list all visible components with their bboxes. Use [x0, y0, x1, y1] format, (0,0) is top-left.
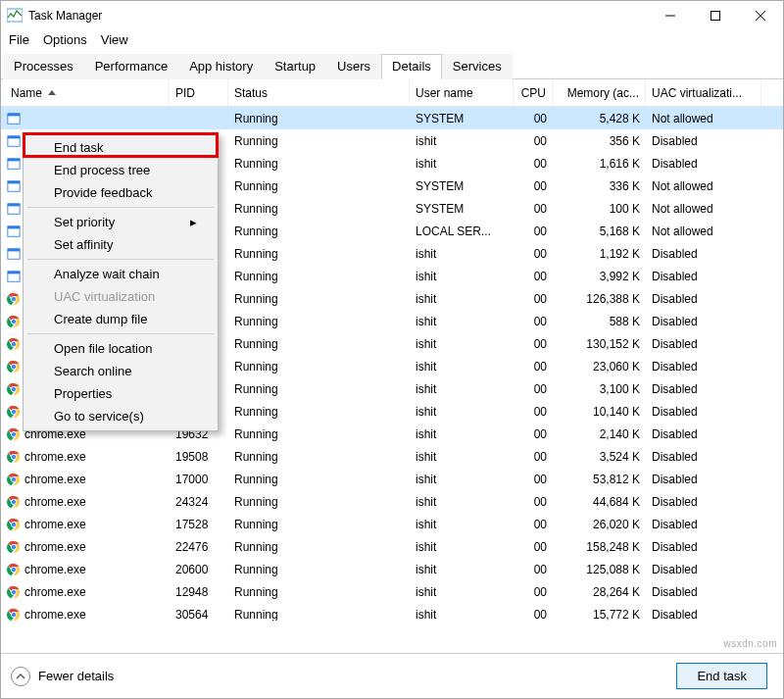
svg-rect-6 — [8, 113, 20, 116]
process-name: chrome.exe — [24, 495, 86, 509]
tab-details[interactable]: Details — [381, 54, 442, 79]
table-row[interactable]: chrome.exe12948Runningishit0028,264 KDis… — [1, 580, 783, 603]
process-memory: 1,192 K — [553, 247, 646, 261]
end-task-button[interactable]: End task — [676, 663, 767, 689]
table-row[interactable]: chrome.exe19508Runningishit003,524 KDisa… — [1, 445, 783, 468]
process-cpu: 00 — [514, 382, 553, 396]
col-header-pid[interactable]: PID — [170, 79, 228, 106]
process-memory: 2,140 K — [553, 427, 646, 441]
ctx-create-dump[interactable]: Create dump file — [26, 308, 215, 330]
col-header-memory[interactable]: Memory (ac... — [553, 79, 646, 106]
process-status: Running — [228, 450, 410, 464]
process-uac: Disabled — [646, 292, 761, 306]
process-memory: 3,524 K — [553, 450, 646, 464]
process-pid: 12948 — [170, 585, 228, 599]
ctx-analyze-wait-chain[interactable]: Analyze wait chain — [26, 263, 215, 285]
process-status: Running — [228, 337, 410, 351]
process-user: ishit — [410, 360, 514, 374]
tab-startup[interactable]: Startup — [264, 54, 326, 79]
tab-processes[interactable]: Processes — [3, 54, 84, 79]
menu-file[interactable]: File — [9, 32, 29, 47]
process-memory: 26,020 K — [553, 518, 646, 531]
process-cpu: 00 — [514, 405, 553, 419]
ctx-open-file-location[interactable]: Open file location — [26, 337, 215, 360]
col-header-user[interactable]: User name — [410, 79, 514, 106]
process-status: Running — [228, 518, 410, 531]
ctx-properties[interactable]: Properties — [26, 382, 215, 405]
process-memory: 5,168 K — [553, 225, 646, 238]
process-user: ishit — [410, 292, 514, 306]
close-button[interactable] — [738, 1, 783, 30]
ctx-set-affinity[interactable]: Set affinity — [26, 233, 215, 256]
table-row[interactable]: chrome.exe17000Runningishit0053,812 KDis… — [1, 468, 783, 490]
process-uac: Disabled — [646, 585, 761, 599]
process-status: Running — [228, 292, 410, 306]
process-cpu: 00 — [514, 518, 553, 531]
process-uac: Disabled — [646, 608, 761, 622]
table-row[interactable]: chrome.exe24324Runningishit0044,684 KDis… — [1, 490, 783, 513]
col-header-uac[interactable]: UAC virtualizati... — [646, 79, 761, 106]
process-user: ishit — [410, 518, 514, 531]
process-uac: Disabled — [646, 473, 761, 486]
process-name: chrome.exe — [24, 563, 86, 576]
process-cpu: 00 — [514, 112, 553, 125]
col-header-cpu[interactable]: CPU — [514, 79, 553, 106]
fewer-details-toggle[interactable]: Fewer details — [11, 667, 114, 686]
process-status: Running — [228, 382, 410, 396]
process-user: SYSTEM — [410, 112, 514, 125]
table-row[interactable]: chrome.exe22476Runningishit00158,248 KDi… — [1, 535, 783, 558]
chevron-right-icon: ▸ — [190, 215, 197, 229]
table-row[interactable]: chrome.exe20600Runningishit00125,088 KDi… — [1, 558, 783, 580]
tab-performance[interactable]: Performance — [84, 54, 178, 79]
menu-options[interactable]: Options — [43, 32, 87, 47]
ctx-provide-feedback[interactable]: Provide feedback — [26, 181, 215, 204]
process-memory: 100 K — [553, 202, 646, 216]
ctx-separator — [27, 259, 214, 260]
tab-services[interactable]: Services — [442, 54, 513, 79]
process-cpu: 00 — [514, 450, 553, 464]
ctx-go-to-services[interactable]: Go to service(s) — [26, 405, 215, 427]
table-row[interactable]: chrome.exe17528Runningishit0026,020 KDis… — [1, 513, 783, 535]
minimize-button[interactable] — [648, 1, 693, 30]
ctx-end-task[interactable]: End task — [26, 136, 215, 159]
process-cpu: 00 — [514, 540, 553, 554]
process-cpu: 00 — [514, 202, 553, 216]
process-cpu: 00 — [514, 360, 553, 374]
process-status: Running — [228, 540, 410, 554]
process-user: ishit — [410, 563, 514, 576]
process-memory: 53,812 K — [553, 473, 646, 486]
process-user: ishit — [410, 157, 514, 171]
process-memory: 15,772 K — [553, 608, 646, 622]
tab-strip: Processes Performance App history Startu… — [1, 53, 783, 79]
tab-users[interactable]: Users — [326, 54, 381, 79]
table-row[interactable]: RunningSYSTEM005,428 KNot allowed — [1, 107, 783, 129]
process-pid: 20600 — [170, 563, 228, 576]
process-cpu: 00 — [514, 473, 553, 486]
process-name: chrome.exe — [24, 540, 86, 554]
process-memory: 588 K — [553, 315, 646, 328]
process-status: Running — [228, 360, 410, 374]
col-header-name[interactable]: Name — [1, 79, 170, 106]
process-user: SYSTEM — [410, 179, 514, 193]
ctx-separator — [27, 207, 214, 208]
process-name: chrome.exe — [24, 473, 86, 486]
menu-view[interactable]: View — [101, 32, 128, 47]
table-row[interactable]: chrome.exe30564Runningishit0015,772 KDis… — [1, 603, 783, 621]
ctx-set-priority[interactable]: Set priority▸ — [26, 211, 215, 233]
process-status: Running — [228, 473, 410, 486]
ctx-uac-virtualization: UAC virtualization — [26, 285, 215, 308]
process-uac: Disabled — [646, 315, 761, 328]
tab-app-history[interactable]: App history — [178, 54, 264, 79]
col-header-status[interactable]: Status — [228, 79, 410, 106]
process-status: Running — [228, 495, 410, 509]
ctx-end-process-tree[interactable]: End process tree — [26, 159, 215, 181]
process-cpu: 00 — [514, 225, 553, 238]
process-status: Running — [228, 134, 410, 148]
process-pid: 17000 — [170, 473, 228, 486]
process-memory: 3,100 K — [553, 382, 646, 396]
ctx-search-online[interactable]: Search online — [26, 360, 215, 382]
process-uac: Not allowed — [646, 202, 761, 216]
process-cpu: 00 — [514, 315, 553, 328]
process-uac: Disabled — [646, 563, 761, 576]
maximize-button[interactable] — [693, 1, 738, 30]
